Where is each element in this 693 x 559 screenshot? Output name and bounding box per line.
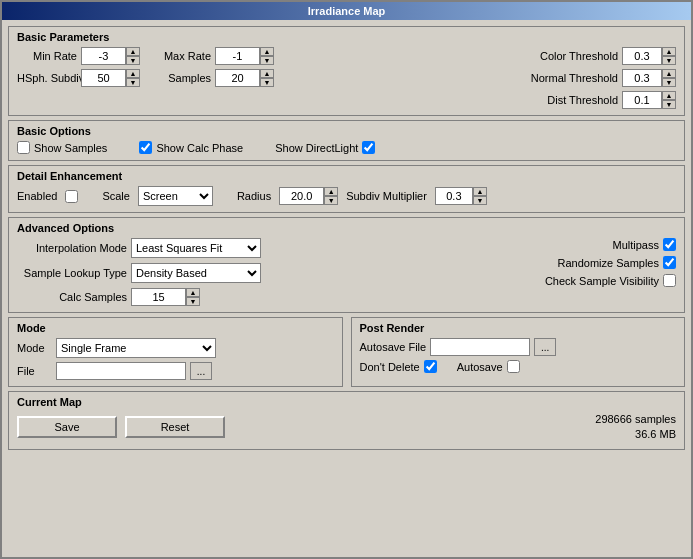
check-sample-visibility-label: Check Sample Visibility — [545, 275, 659, 287]
min-rate-down[interactable]: ▼ — [126, 56, 140, 65]
mode-post-row: Mode Mode Single Frame Multiframe Increm… — [8, 317, 685, 387]
dont-delete-checkbox[interactable] — [424, 360, 437, 373]
radius-up[interactable]: ▲ — [324, 187, 338, 196]
normal-threshold-down[interactable]: ▼ — [662, 78, 676, 87]
sample-lookup-select[interactable]: Density Based Nearest Quad-tree — [131, 263, 261, 283]
basic-parameters-section: Basic Parameters Min Rate ▲ ▼ Max Rate — [8, 26, 685, 116]
subdiv-multiplier-up[interactable]: ▲ — [473, 187, 487, 196]
calc-samples-down[interactable]: ▼ — [186, 297, 200, 306]
samples-spinner: ▲ ▼ — [215, 69, 274, 87]
scale-label: Scale — [102, 190, 130, 202]
save-button[interactable]: Save — [17, 416, 117, 438]
detail-enhancement-section: Detail Enhancement Enabled Scale Screen … — [8, 165, 685, 213]
check-sample-visibility-checkbox[interactable] — [663, 274, 676, 287]
samples-up[interactable]: ▲ — [260, 69, 274, 78]
interpolation-mode-row: Interpolation Mode Least Squares Fit Wei… — [17, 238, 339, 258]
color-threshold-input[interactable] — [622, 47, 662, 65]
basic-options-section: Basic Options Show Samples Show Calc Pha… — [8, 120, 685, 161]
color-threshold-label: Color Threshold — [540, 50, 618, 62]
advanced-options-content: Interpolation Mode Least Squares Fit Wei… — [17, 238, 676, 306]
dist-threshold-down[interactable]: ▼ — [662, 100, 676, 109]
reset-button[interactable]: Reset — [125, 416, 225, 438]
randomize-samples-checkbox[interactable] — [663, 256, 676, 269]
show-calc-phase-label: Show Calc Phase — [156, 142, 243, 154]
hsph-subdivs-input[interactable] — [81, 69, 126, 87]
color-threshold-spinner: ▲ ▼ — [622, 47, 676, 65]
file-browse-button[interactable]: ... — [190, 362, 212, 380]
sample-lookup-label: Sample Lookup Type — [17, 267, 127, 279]
file-input[interactable] — [56, 362, 186, 380]
min-rate-up[interactable]: ▲ — [126, 47, 140, 56]
current-map-buttons: Save Reset — [17, 416, 225, 438]
dist-threshold-label: Dist Threshold — [547, 94, 618, 106]
subdiv-multiplier-spinner: ▲ ▼ — [435, 187, 487, 205]
scale-select[interactable]: Screen World — [138, 186, 213, 206]
basic-parameters-title: Basic Parameters — [17, 31, 676, 43]
subdiv-multiplier-input[interactable] — [435, 187, 473, 205]
basic-options-title: Basic Options — [17, 125, 676, 137]
current-map-section: Current Map Save Reset 298666 samples 36… — [8, 391, 685, 450]
autosave-file-browse-button[interactable]: ... — [534, 338, 556, 356]
show-samples-checkbox[interactable] — [17, 141, 30, 154]
multipass-checkbox[interactable] — [663, 238, 676, 251]
normal-threshold-input[interactable] — [622, 69, 662, 87]
advanced-left: Interpolation Mode Least Squares Fit Wei… — [17, 238, 339, 306]
autosave-file-label: Autosave File — [360, 341, 427, 353]
max-rate-spinner: ▲ ▼ — [215, 47, 274, 65]
advanced-options-title: Advanced Options — [17, 222, 676, 234]
max-rate-input[interactable] — [215, 47, 260, 65]
max-rate-label: Max Rate — [156, 50, 211, 62]
enabled-label: Enabled — [17, 190, 57, 202]
radius-label: Radius — [237, 190, 271, 202]
show-samples-label: Show Samples — [34, 142, 107, 154]
show-calc-phase-checkbox[interactable] — [139, 141, 152, 154]
hsph-subdivs-down[interactable]: ▼ — [126, 78, 140, 87]
radius-down[interactable]: ▼ — [324, 196, 338, 205]
mode-select[interactable]: Single Frame Multiframe Incremental From… — [56, 338, 216, 358]
min-rate-spinner: ▲ ▼ — [81, 47, 140, 65]
interpolation-mode-label: Interpolation Mode — [17, 242, 127, 254]
autosave-checkbox[interactable] — [507, 360, 520, 373]
max-rate-up[interactable]: ▲ — [260, 47, 274, 56]
detail-enabled-checkbox[interactable] — [65, 190, 78, 203]
interpolation-mode-select[interactable]: Least Squares Fit Weighted Average Delon… — [131, 238, 261, 258]
show-direct-light-checkbox[interactable] — [362, 141, 375, 154]
content-area: Basic Parameters Min Rate ▲ ▼ Max Rate — [2, 20, 691, 557]
window-title: Irradiance Map — [308, 5, 386, 17]
subdiv-multiplier-label: Subdiv Multiplier — [346, 190, 427, 202]
stats-size: 36.6 MB — [595, 427, 676, 442]
mode-section: Mode Mode Single Frame Multiframe Increm… — [8, 317, 343, 387]
normal-threshold-spinner: ▲ ▼ — [622, 69, 676, 87]
dist-threshold-up[interactable]: ▲ — [662, 91, 676, 100]
radius-input[interactable] — [279, 187, 324, 205]
hsph-subdivs-up[interactable]: ▲ — [126, 69, 140, 78]
subdiv-multiplier-down[interactable]: ▼ — [473, 196, 487, 205]
normal-threshold-up[interactable]: ▲ — [662, 69, 676, 78]
check-sample-visibility-row: Check Sample Visibility — [355, 274, 677, 287]
samples-down[interactable]: ▼ — [260, 78, 274, 87]
samples-label: Samples — [156, 72, 211, 84]
calc-samples-up[interactable]: ▲ — [186, 288, 200, 297]
color-threshold-up[interactable]: ▲ — [662, 47, 676, 56]
autosave-file-input[interactable] — [430, 338, 530, 356]
hsph-subdivs-spinner: ▲ ▼ — [81, 69, 140, 87]
calc-samples-input[interactable] — [131, 288, 186, 306]
min-rate-input[interactable] — [81, 47, 126, 65]
calc-samples-spinner: ▲ ▼ — [131, 288, 200, 306]
stats-samples: 298666 samples — [595, 412, 676, 427]
mode-row: Mode Single Frame Multiframe Incremental… — [17, 338, 334, 358]
normal-threshold-label: Normal Threshold — [531, 72, 618, 84]
dont-delete-label: Don't Delete — [360, 361, 420, 373]
stats-area: 298666 samples 36.6 MB — [595, 412, 676, 443]
advanced-options-section: Advanced Options Interpolation Mode Leas… — [8, 217, 685, 313]
dist-threshold-input[interactable] — [622, 91, 662, 109]
color-threshold-down[interactable]: ▼ — [662, 56, 676, 65]
advanced-right: Multipass Randomize Samples Check Sample… — [355, 238, 677, 306]
samples-input[interactable] — [215, 69, 260, 87]
min-rate-label: Min Rate — [17, 50, 77, 62]
post-render-section: Post Render Autosave File ... Don't Dele… — [351, 317, 686, 387]
show-direct-light-label: Show DirectLight — [275, 142, 358, 154]
max-rate-down[interactable]: ▼ — [260, 56, 274, 65]
autosave-label: Autosave — [457, 361, 503, 373]
calc-samples-row: Calc Samples ▲ ▼ — [17, 288, 339, 306]
